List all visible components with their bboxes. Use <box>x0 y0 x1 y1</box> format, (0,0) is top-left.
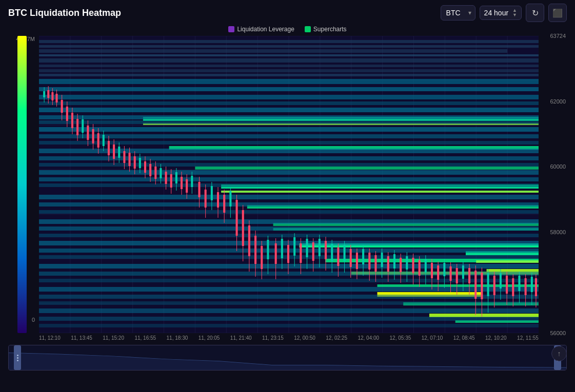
y-axis-left: 45.57M 0 <box>8 36 39 333</box>
svg-rect-221 <box>431 263 433 278</box>
svg-rect-171 <box>275 243 277 264</box>
legend-liquidation-label: Liquidation Leverage <box>237 26 294 33</box>
svg-rect-191 <box>337 247 339 266</box>
svg-rect-125 <box>139 158 141 168</box>
hour-arrows[interactable]: ▲ ▼ <box>512 8 517 17</box>
svg-rect-85 <box>39 324 539 327</box>
svg-rect-249 <box>518 276 520 291</box>
page-title: BTC Liquidation Heatmap <box>8 8 121 18</box>
svg-rect-161 <box>242 210 244 246</box>
svg-rect-137 <box>170 174 172 188</box>
y-label-60000: 60000 <box>550 163 566 170</box>
svg-rect-145 <box>191 176 193 187</box>
svg-rect-72 <box>39 226 539 231</box>
x-label-12: 12, 07:10 <box>422 335 443 341</box>
svg-rect-235 <box>474 271 477 299</box>
svg-rect-101 <box>76 119 78 135</box>
svg-rect-27 <box>39 54 539 56</box>
minimap-handle-left[interactable] <box>14 345 21 370</box>
svg-rect-28 <box>39 58 539 63</box>
svg-rect-56 <box>39 108 539 112</box>
x-label-11: 12, 05:35 <box>390 335 411 341</box>
svg-rect-157 <box>229 191 231 207</box>
svg-rect-159 <box>236 200 238 236</box>
svg-rect-74 <box>39 241 539 245</box>
svg-rect-201 <box>368 253 370 270</box>
legend-supercharts-label: Supercharts <box>313 26 347 33</box>
svg-rect-253 <box>531 277 533 292</box>
x-label-14: 12, 10:20 <box>485 335 507 341</box>
svg-rect-107 <box>92 129 94 143</box>
svg-rect-26 <box>39 49 507 53</box>
svg-rect-80 <box>39 287 539 292</box>
svg-rect-99 <box>71 113 73 128</box>
svg-rect-35 <box>195 167 539 170</box>
svg-rect-47 <box>429 314 539 317</box>
svg-rect-111 <box>103 135 105 146</box>
minimap[interactable] <box>8 345 567 370</box>
svg-rect-54 <box>39 95 539 99</box>
chart-container: Liquidation Leverage Supercharts 45.57M … <box>0 26 575 343</box>
svg-rect-173 <box>281 239 283 258</box>
svg-rect-169 <box>267 240 269 259</box>
svg-rect-147 <box>198 182 200 197</box>
svg-rect-185 <box>319 239 321 256</box>
y-label-58000: 58000 <box>550 229 566 235</box>
svg-rect-143 <box>186 179 188 193</box>
hour-select-wrapper[interactable]: 24 hour ▲ ▼ <box>480 6 522 20</box>
svg-rect-241 <box>493 276 495 295</box>
legend-liquidation-dot <box>228 26 234 32</box>
hour-down-arrow[interactable]: ▼ <box>512 13 517 17</box>
svg-rect-209 <box>393 254 395 269</box>
svg-rect-243 <box>500 273 502 288</box>
gradient-bar <box>17 36 27 333</box>
x-label-4: 11, 18:30 <box>167 335 188 341</box>
svg-rect-199 <box>362 249 364 264</box>
btc-select-wrapper[interactable]: BTC ETH ▾ <box>441 5 475 20</box>
svg-rect-82 <box>39 301 539 305</box>
controls-group: BTC ETH ▾ 24 hour ▲ ▼ ↻ ⬛ <box>441 4 567 22</box>
handle-dots-left <box>17 355 18 361</box>
legend-supercharts: Supercharts <box>305 26 347 33</box>
svg-rect-167 <box>261 246 263 269</box>
svg-rect-153 <box>217 192 219 208</box>
legend-supercharts-dot <box>305 26 311 32</box>
svg-rect-59 <box>39 127 539 132</box>
hour-select-text: 24 hour <box>484 9 508 17</box>
svg-rect-25 <box>39 45 539 48</box>
x-label-15: 12, 11:55 <box>517 335 539 341</box>
svg-rect-189 <box>331 244 333 261</box>
svg-rect-105 <box>87 126 89 140</box>
header: BTC Liquidation Heatmap BTC ETH ▾ 24 hou… <box>0 0 575 26</box>
svg-rect-68 <box>39 195 539 199</box>
scroll-up-button[interactable]: ↑ <box>551 346 567 361</box>
svg-rect-217 <box>419 260 421 276</box>
svg-rect-57 <box>39 115 539 119</box>
svg-rect-91 <box>51 92 53 100</box>
svg-rect-165 <box>254 236 256 264</box>
svg-rect-123 <box>134 156 136 169</box>
svg-rect-89 <box>47 90 49 98</box>
x-label-2: 11, 15:20 <box>103 335 124 341</box>
main-chart[interactable]: coinglass <box>39 36 539 333</box>
x-label-9: 12, 02:25 <box>326 335 347 341</box>
svg-rect-207 <box>387 256 389 272</box>
svg-rect-55 <box>39 101 539 105</box>
heatmap-svg: coinglass <box>39 36 539 333</box>
svg-rect-175 <box>287 245 289 263</box>
svg-rect-44 <box>377 284 539 287</box>
legend-liquidation: Liquidation Leverage <box>228 26 294 33</box>
svg-rect-219 <box>425 259 427 273</box>
x-label-10: 12, 04:00 <box>358 335 379 341</box>
svg-rect-84 <box>39 317 539 321</box>
svg-rect-247 <box>512 278 514 296</box>
svg-rect-141 <box>181 177 183 189</box>
svg-rect-65 <box>39 170 539 175</box>
refresh-button[interactable]: ↻ <box>526 4 544 22</box>
y-label-56000: 56000 <box>550 330 566 336</box>
camera-button[interactable]: ⬛ <box>548 4 567 22</box>
btc-dropdown[interactable]: BTC ETH <box>441 5 475 20</box>
svg-rect-205 <box>381 253 383 267</box>
svg-rect-225 <box>443 263 445 276</box>
svg-rect-195 <box>350 249 352 267</box>
